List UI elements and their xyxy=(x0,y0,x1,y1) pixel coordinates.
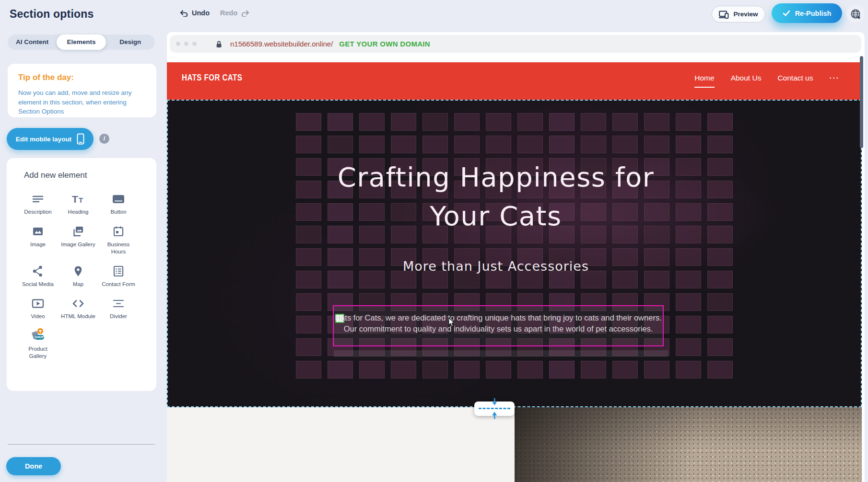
republish-button[interactable]: Re-Publish xyxy=(772,3,842,23)
add-element-description[interactable]: Description xyxy=(18,192,58,216)
hero-subheading[interactable]: More than Just Accessories xyxy=(167,259,825,274)
site-viewport: HATS FOR CATS Home About Us Contact us ·… xyxy=(167,62,862,482)
button-icon xyxy=(112,192,125,205)
hero-grid-tile xyxy=(486,136,511,153)
product-gallery-icon: SHOP xyxy=(30,329,46,342)
hero-grid-tile xyxy=(549,136,575,153)
hero-grid-tile xyxy=(296,136,321,153)
video-icon xyxy=(31,296,45,310)
hero-grid-tile xyxy=(676,361,701,379)
hero-grid-tile xyxy=(644,361,669,379)
add-element-html-module[interactable]: HTML Module xyxy=(58,296,98,321)
add-element-social-media[interactable]: Social Media xyxy=(18,264,58,288)
hero-grid-tile xyxy=(612,136,638,153)
hero-grid-tile xyxy=(422,136,448,153)
hero-grid-tile xyxy=(549,361,575,379)
hero-grid-tile xyxy=(422,113,448,131)
address-bar[interactable]: n1566589.websitebuilder.online/ GET YOUR… xyxy=(170,35,861,53)
get-domain-link[interactable]: GET YOUR OWN DOMAIN xyxy=(339,40,430,48)
hero-grid-tile xyxy=(676,136,701,153)
svg-text:SHOP: SHOP xyxy=(35,335,44,339)
mouse-cursor xyxy=(448,318,456,329)
nav-about-us[interactable]: About Us xyxy=(731,74,762,87)
hero-grid-tile xyxy=(676,113,701,131)
section-options-panel: Section options AI Content Elements Desi… xyxy=(0,0,167,482)
edit-mobile-layout-label: Edit mobile layout xyxy=(16,136,71,143)
hero-grid-tile xyxy=(454,361,480,379)
site-header: HATS FOR CATS Home About Us Contact us ·… xyxy=(167,62,862,100)
hero-grid-tile xyxy=(676,316,701,333)
section-height-handle[interactable] xyxy=(474,402,515,416)
hero-grid-tile xyxy=(296,113,321,131)
edit-mobile-layout-button[interactable]: Edit mobile layout xyxy=(7,128,94,150)
hero-grid-tile xyxy=(581,361,606,379)
hero-grid-tile xyxy=(644,113,669,131)
tab-ai-content[interactable]: AI Content xyxy=(8,34,57,50)
globe-icon xyxy=(850,9,861,20)
social-media-icon xyxy=(32,264,44,277)
hero-grid-tile xyxy=(517,136,543,153)
add-element-contact-form[interactable]: Contact Form xyxy=(98,264,139,288)
add-element-divider[interactable]: Divider xyxy=(98,296,139,321)
nav-home[interactable]: Home xyxy=(694,74,714,88)
gravel-photo xyxy=(515,407,862,482)
description-icon xyxy=(32,192,44,205)
hero-grid-tile xyxy=(359,361,385,379)
business-hours-icon xyxy=(112,224,125,238)
add-element-image[interactable]: Image xyxy=(18,224,58,256)
hero-grid-tile xyxy=(612,113,638,131)
add-element-video[interactable]: Video xyxy=(18,296,58,321)
hero-grid-tile xyxy=(328,113,353,131)
check-icon xyxy=(783,10,790,16)
next-section[interactable] xyxy=(167,407,862,482)
nav-contact-us[interactable]: Contact us xyxy=(777,74,813,87)
scrollbar-thumb[interactable] xyxy=(860,56,863,148)
hero-grid-tile xyxy=(707,316,733,333)
nav-more-menu[interactable]: ··· xyxy=(830,74,840,87)
hero-heading[interactable]: Crafting Happiness for Your Cats xyxy=(167,158,825,235)
hero-section[interactable]: Crafting Happiness for Your Cats More th… xyxy=(167,100,862,407)
site-url: n1566589.websitebuilder.online/ xyxy=(230,40,333,48)
resize-arrows-icon xyxy=(491,398,498,420)
devices-icon xyxy=(719,10,729,19)
heading-icon: TT xyxy=(71,192,85,205)
add-element-map[interactable]: Map xyxy=(58,264,98,288)
hero-grid-tile xyxy=(549,113,575,131)
tab-elements[interactable]: Elements xyxy=(57,34,106,50)
lock-icon xyxy=(216,40,222,48)
hero-grid-tile xyxy=(391,113,416,131)
redo-button[interactable]: Redo xyxy=(220,9,250,17)
hero-grid-tile xyxy=(296,293,321,311)
info-icon[interactable]: i xyxy=(99,134,109,144)
add-element-image-gallery[interactable]: Image Gallery xyxy=(58,224,98,256)
element-hover-ghost xyxy=(334,350,668,357)
hero-grid-tile xyxy=(328,136,353,153)
tip-of-the-day-card: Tip of the day: Now you can add, move an… xyxy=(8,64,156,117)
site-logo[interactable]: HATS FOR CATS xyxy=(182,72,242,83)
mobile-phone-icon xyxy=(77,133,84,145)
redo-icon xyxy=(241,10,250,17)
preview-button[interactable]: Preview xyxy=(712,6,765,23)
undo-button[interactable]: Undo xyxy=(179,9,210,17)
hero-grid-tile xyxy=(707,113,733,131)
hero-grid-tile xyxy=(359,113,385,131)
hero-grid-tile xyxy=(296,338,321,356)
done-button[interactable]: Done xyxy=(6,457,61,475)
hero-grid-tile xyxy=(296,361,321,379)
hero-grid-tile xyxy=(486,361,511,379)
website-builder-app: { "colors": { "accent_blue": "#2d9ed9", … xyxy=(0,0,868,482)
html-module-icon xyxy=(71,296,85,310)
hero-grid-tile xyxy=(391,136,416,153)
add-element-product-gallery[interactable]: SHOP Product Gallery xyxy=(18,329,58,360)
hero-grid-tile xyxy=(676,293,701,311)
selected-text-element[interactable]: Hats for Cats, we are dedicated to craft… xyxy=(333,305,664,346)
add-element-button[interactable]: Button xyxy=(98,192,139,216)
hero-grid-tile xyxy=(644,136,669,153)
tab-design[interactable]: Design xyxy=(106,34,155,50)
add-element-heading[interactable]: TT Heading xyxy=(58,192,98,216)
language-globe-button[interactable] xyxy=(846,5,865,23)
divider-icon xyxy=(112,296,125,310)
hero-grid-tile xyxy=(581,136,606,153)
hero-grid-tile xyxy=(296,316,321,333)
add-element-business-hours[interactable]: Business Hours xyxy=(98,224,139,256)
